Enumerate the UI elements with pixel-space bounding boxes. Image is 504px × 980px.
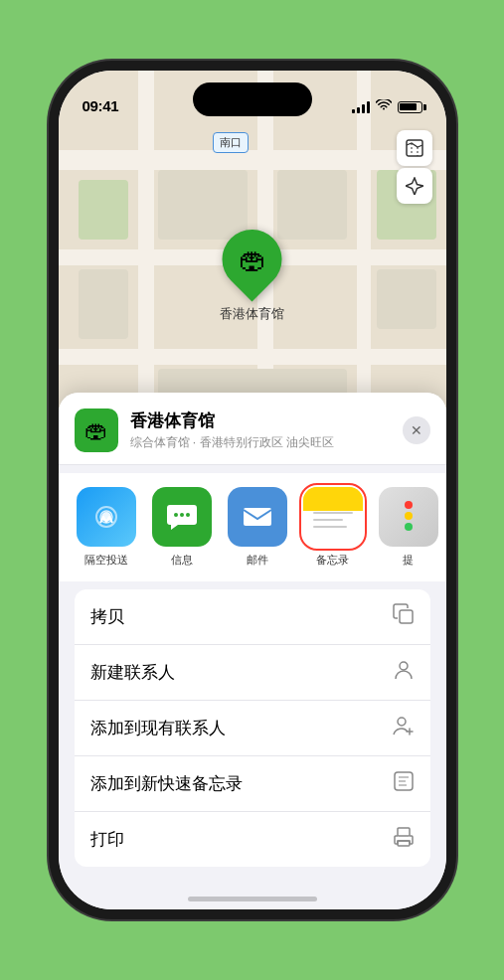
- share-item-more[interactable]: 提: [377, 487, 440, 568]
- action-quick-note[interactable]: 添加到新快速备忘录: [75, 756, 430, 812]
- svg-rect-0: [407, 140, 422, 156]
- share-item-notes[interactable]: 备忘录: [301, 487, 365, 568]
- notes-icon: [303, 487, 363, 547]
- action-add-contact[interactable]: 添加到现有联系人: [75, 701, 430, 756]
- location-button[interactable]: [397, 168, 432, 204]
- status-icons: [352, 99, 422, 114]
- svg-rect-17: [398, 828, 410, 836]
- svg-rect-7: [244, 508, 271, 526]
- notes-label: 备忘录: [316, 553, 349, 568]
- dynamic-island: [193, 82, 312, 116]
- svg-point-10: [398, 718, 406, 726]
- battery-icon: [398, 101, 422, 113]
- bottom-sheet: 🏟 香港体育馆 综合体育馆 · 香港特别行政区 油尖旺区 ✕: [59, 393, 446, 909]
- action-add-contact-label: 添加到现有联系人: [90, 717, 226, 739]
- message-label: 信息: [171, 553, 193, 568]
- person-add-icon: [393, 715, 415, 741]
- signal-icon: [352, 101, 370, 113]
- svg-point-9: [400, 662, 408, 670]
- action-print-label: 打印: [90, 828, 124, 851]
- action-copy-label: 拷贝: [90, 605, 124, 628]
- place-name: 香港体育馆: [130, 409, 391, 432]
- message-icon: [152, 487, 212, 547]
- copy-icon: [393, 603, 415, 630]
- person-icon: [393, 659, 415, 686]
- map-controls: [397, 130, 432, 204]
- mail-label: 邮件: [247, 553, 268, 568]
- status-time: 09:41: [83, 97, 119, 114]
- action-quick-note-label: 添加到新快速备忘录: [90, 772, 243, 795]
- pin-label: 香港体育馆: [220, 305, 284, 323]
- share-item-message[interactable]: 信息: [150, 487, 214, 568]
- place-header: 🏟 香港体育馆 综合体育馆 · 香港特别行政区 油尖旺区 ✕: [59, 393, 446, 465]
- action-new-contact[interactable]: 新建联系人: [75, 645, 430, 701]
- pin-icon: 🏟: [210, 218, 294, 302]
- close-button[interactable]: ✕: [403, 416, 430, 444]
- more-icon: [379, 487, 438, 547]
- note-icon: [393, 770, 415, 797]
- svg-rect-18: [398, 841, 410, 846]
- wifi-icon: [376, 99, 392, 114]
- svg-point-5: [180, 513, 184, 517]
- share-item-mail[interactable]: 邮件: [226, 487, 289, 568]
- more-label: 提: [403, 553, 414, 568]
- action-copy[interactable]: 拷贝: [75, 589, 430, 645]
- airdrop-icon: [77, 487, 136, 547]
- action-print[interactable]: 打印: [75, 812, 430, 867]
- place-subtitle: 综合体育馆 · 香港特别行政区 油尖旺区: [130, 434, 391, 451]
- place-icon: 🏟: [75, 408, 118, 452]
- mail-icon: [228, 487, 287, 547]
- svg-point-6: [186, 513, 190, 517]
- print-icon: [393, 826, 415, 853]
- share-row: 隔空投送 信息: [59, 473, 446, 581]
- action-new-contact-label: 新建联系人: [90, 661, 175, 684]
- svg-rect-8: [400, 610, 413, 623]
- place-info: 香港体育馆 综合体育馆 · 香港特别行政区 油尖旺区: [130, 409, 391, 451]
- home-indicator: [188, 897, 317, 901]
- map-type-button[interactable]: [397, 130, 432, 166]
- map-entrance-label: 南口: [213, 132, 249, 153]
- svg-point-4: [174, 513, 178, 517]
- airdrop-label: 隔空投送: [84, 553, 128, 568]
- action-list: 拷贝 新建联系人 添: [75, 589, 430, 867]
- stadium-pin[interactable]: 🏟 香港体育馆: [220, 230, 284, 323]
- share-item-airdrop[interactable]: 隔空投送: [75, 487, 138, 568]
